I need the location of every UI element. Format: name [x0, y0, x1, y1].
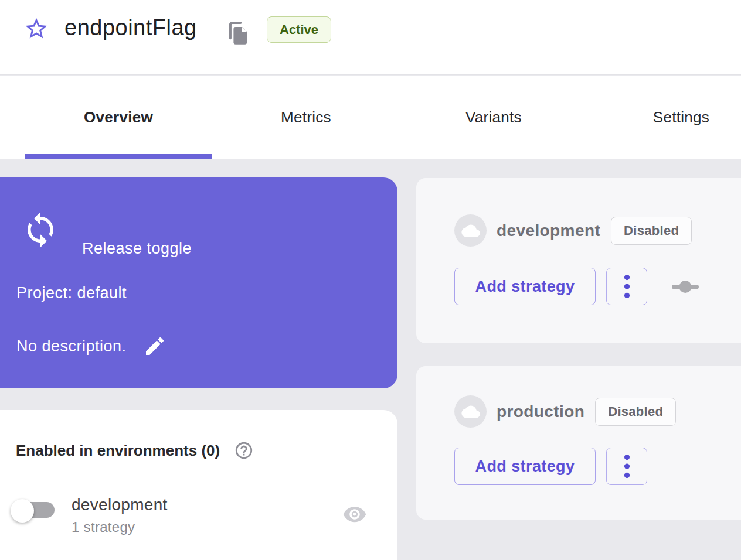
- active-tab-indicator: [25, 154, 212, 159]
- environment-card-name: production: [497, 402, 584, 421]
- page-title: endpointFlag: [64, 15, 197, 40]
- tab-overview[interactable]: Overview: [25, 76, 212, 159]
- tab-variants[interactable]: Variants: [400, 76, 587, 159]
- page-header: endpointFlag Active: [0, 0, 741, 75]
- environment-card-actions: Add strategy: [454, 448, 741, 485]
- environment-card-name: development: [497, 221, 600, 240]
- environment-strategy-count: 1 strategy: [72, 519, 168, 535]
- environment-toggle-icon[interactable]: [672, 279, 699, 294]
- tab-settings[interactable]: Settings: [587, 76, 741, 159]
- environment-card-header: development Disabled: [454, 178, 741, 247]
- environment-status-badge: Disabled: [595, 398, 676, 426]
- environment-card-actions: Add strategy: [454, 268, 741, 305]
- feature-flag-page: endpointFlag Active Overview Metrics Var…: [0, 0, 741, 560]
- enabled-environments-card: Enabled in environments (0) development …: [0, 410, 397, 560]
- flag-project-label: Project: default: [16, 284, 127, 302]
- environment-toggle-switch[interactable]: [11, 496, 55, 524]
- feature-tabbar: Overview Metrics Variants Settings: [0, 76, 741, 159]
- kebab-menu-icon[interactable]: [606, 268, 647, 305]
- cloud-icon: [454, 214, 487, 247]
- switch-thumb: [11, 499, 34, 523]
- pencil-icon[interactable]: [143, 334, 166, 358]
- cloud-icon: [454, 395, 487, 428]
- copy-icon[interactable]: [227, 20, 249, 47]
- environment-name: development: [72, 496, 168, 514]
- add-strategy-button[interactable]: Add strategy: [454, 268, 596, 305]
- environment-row-text: development 1 strategy: [72, 496, 168, 535]
- flag-description-label: No description.: [16, 337, 127, 356]
- flag-info-card: Release toggle Project: default No descr…: [0, 177, 397, 388]
- flag-type-label: Release toggle: [82, 240, 192, 258]
- sync-arrows-icon: [21, 210, 60, 249]
- tab-metrics[interactable]: Metrics: [212, 76, 400, 159]
- kebab-menu-icon[interactable]: [606, 448, 647, 485]
- favorite-star-icon[interactable]: [23, 16, 49, 42]
- overview-content: Release toggle Project: default No descr…: [0, 159, 741, 560]
- help-circle-icon[interactable]: [234, 441, 254, 460]
- status-badge: Active: [267, 16, 331, 43]
- environment-card-production: production Disabled Add strategy: [416, 366, 741, 520]
- environment-card-development: development Disabled Add strategy: [416, 178, 741, 343]
- eye-icon[interactable]: [342, 504, 367, 525]
- environment-status-badge: Disabled: [611, 217, 692, 245]
- enabled-heading: Enabled in environments (0): [16, 442, 220, 460]
- add-strategy-button[interactable]: Add strategy: [454, 448, 596, 485]
- enabled-heading-row: Enabled in environments (0): [16, 441, 254, 460]
- environment-row-development: development 1 strategy: [11, 496, 168, 535]
- flag-description-row: No description.: [16, 334, 166, 358]
- environment-card-header: production Disabled: [454, 366, 741, 428]
- tab-list: Overview Metrics Variants Settings: [25, 76, 741, 159]
